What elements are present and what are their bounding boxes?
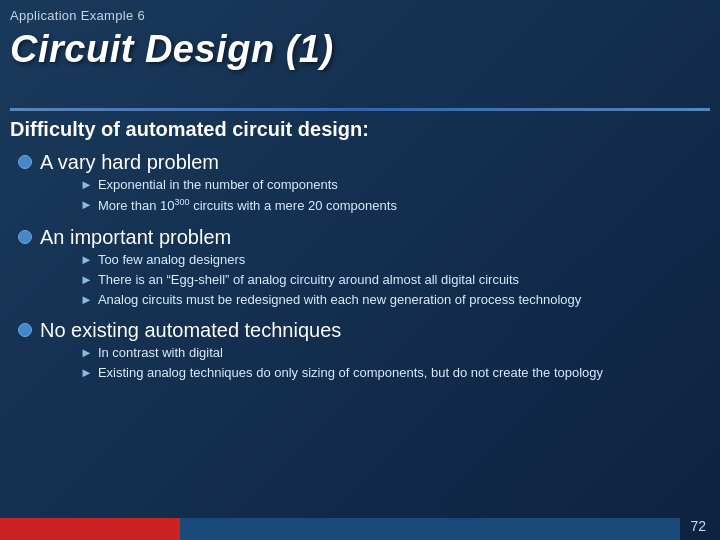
sub-bullets-1: ► Exponential in the number of component… <box>80 176 397 216</box>
sub-bullet-3-2: ► Existing analog techniques do only siz… <box>80 364 603 382</box>
sub-bullet-1-1: ► Exponential in the number of component… <box>80 176 397 194</box>
sub-bullets-2: ► Too few analog designers ► There is an… <box>80 251 581 310</box>
sub-text-3-2: Existing analog techniques do only sizin… <box>98 364 603 382</box>
arrow-icon-3-1: ► <box>80 345 93 360</box>
main-heading: Difficulty of automated circuit design: <box>10 118 710 141</box>
arrow-icon-3-2: ► <box>80 365 93 380</box>
bullet-2: An important problem ► Too few analog de… <box>18 226 710 314</box>
slide-content: Difficulty of automated circuit design: … <box>10 118 710 510</box>
bottom-bar-blue <box>180 518 680 540</box>
slide-title: Circuit Design (1) <box>10 28 710 71</box>
bullet-2-text: An important problem <box>40 226 231 248</box>
sub-text-2-3: Analog circuits must be redesigned with … <box>98 291 581 309</box>
sub-bullet-2-2: ► There is an “Egg-shell” of analog circ… <box>80 271 581 289</box>
sub-bullet-2-1: ► Too few analog designers <box>80 251 581 269</box>
page-number: 72 <box>690 518 706 534</box>
bullet-1-text: A vary hard problem <box>40 151 219 173</box>
sub-text-2-2: There is an “Egg-shell” of analog circui… <box>98 271 519 289</box>
title-area: Circuit Design (1) <box>10 28 710 71</box>
arrow-icon-2-3: ► <box>80 292 93 307</box>
title-divider <box>10 108 710 111</box>
arrow-icon-1-2: ► <box>80 197 93 212</box>
bullet-3-text: No existing automated techniques <box>40 319 341 341</box>
sub-bullet-1-2: ► More than 10300 circuits with a mere 2… <box>80 196 397 216</box>
bullet-dot-3 <box>18 323 32 337</box>
bullet-1: A vary hard problem ► Exponential in the… <box>18 151 710 220</box>
bottom-bar-red <box>0 518 180 540</box>
bullet-dot-2 <box>18 230 32 244</box>
sub-text-1-1: Exponential in the number of components <box>98 176 338 194</box>
sub-text-1-2: More than 10300 circuits with a mere 20 … <box>98 196 397 216</box>
arrow-icon-2-1: ► <box>80 252 93 267</box>
sub-text-2-1: Too few analog designers <box>98 251 245 269</box>
sub-bullets-3: ► In contrast with digital ► Existing an… <box>80 344 603 382</box>
sub-text-3-1: In contrast with digital <box>98 344 223 362</box>
sub-bullet-2-3: ► Analog circuits must be redesigned wit… <box>80 291 581 309</box>
sub-bullet-3-1: ► In contrast with digital <box>80 344 603 362</box>
bullet-dot-1 <box>18 155 32 169</box>
arrow-icon-2-2: ► <box>80 272 93 287</box>
bullet-3: No existing automated techniques ► In co… <box>18 319 710 386</box>
app-label: Application Example 6 <box>10 8 145 23</box>
arrow-icon-1-1: ► <box>80 177 93 192</box>
slide: Application Example 6 Circuit Design (1)… <box>0 0 720 540</box>
